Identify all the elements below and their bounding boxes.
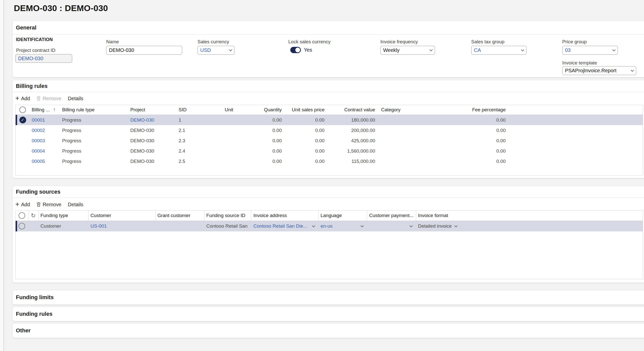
column-header-funding-type[interactable]: Funding type — [38, 210, 88, 221]
customer-link[interactable]: US-001 — [91, 223, 107, 229]
column-header-billing-rule-type[interactable]: Billing rule type — [60, 105, 128, 115]
column-header-customer[interactable]: Customer — [88, 210, 155, 221]
cell-unit — [194, 115, 236, 125]
cell-fee-percentage: 0.00 — [426, 156, 508, 166]
add-button[interactable]: + Add — [15, 96, 30, 101]
table-row[interactable]: 00002 Progress DEMO-030 2.1 0.00 0.00 20… — [16, 125, 643, 135]
cell-fee-percentage: 0.00 — [426, 146, 508, 156]
billing-rule-id-link[interactable]: 00004 — [32, 148, 45, 154]
column-header-unit[interactable]: Unit — [194, 105, 236, 115]
cell-billing-rule-type: Progress — [60, 146, 128, 156]
section-title: Funding rules — [16, 311, 52, 317]
billing-rule-id-link[interactable]: 00003 — [32, 138, 45, 144]
column-header-fee-percentage[interactable]: Fee percentage — [426, 105, 508, 115]
column-header-project[interactable]: Project — [128, 105, 177, 115]
row-radio[interactable] — [19, 223, 25, 229]
funding-sources-toolbar: + Add Remove Details — [15, 200, 83, 209]
sales-currency-dropdown[interactable]: USD — [197, 46, 234, 55]
column-header-customer-payment[interactable]: Customer payment... — [367, 210, 416, 221]
identification-group-label: IDENTIFICATION — [16, 37, 53, 42]
billing-rules-section: Billing rules + Add Remove Details Billi… — [12, 80, 644, 178]
left-pane-splitter[interactable] — [0, 0, 4, 351]
column-header-contract-value[interactable]: Contract value — [327, 105, 378, 115]
select-all-radio[interactable] — [19, 212, 25, 219]
cell-fee-percentage: 0.00 — [426, 115, 508, 125]
invoice-frequency-dropdown[interactable]: Weekly — [380, 46, 435, 55]
other-section-header[interactable]: Other — [12, 323, 644, 338]
cell-sid: 2.3 — [177, 135, 194, 146]
project-link[interactable]: DEMO-030 — [130, 117, 154, 123]
chevron-down-icon — [410, 224, 413, 227]
cell-category — [378, 146, 426, 156]
cell-unit — [194, 125, 236, 135]
sales-currency-label: Sales currency — [197, 39, 229, 45]
invoice-format-dropdown-cell[interactable]: Detailed invoice — [416, 221, 641, 231]
row-checkbox-checked[interactable]: ✓ — [19, 117, 26, 123]
cell-quantity: 0.00 — [236, 125, 284, 135]
toggle-knob — [295, 48, 300, 52]
cell-grant-customer — [155, 221, 204, 231]
column-header-billing[interactable]: Billing ... ↑ — [30, 105, 60, 115]
language-dropdown-cell[interactable]: en-us — [318, 221, 367, 231]
table-row[interactable]: Customer US-001 Contoso Retail San Conto… — [16, 221, 643, 231]
customer-payment-dropdown-cell[interactable] — [367, 221, 416, 231]
billing-grid-header: Billing ... ↑ Billing rule type Project … — [16, 105, 643, 115]
table-row[interactable]: 00003 Progress DEMO-030 2.3 0.00 0.00 42… — [16, 135, 643, 146]
cell-billing-rule-type: Progress — [60, 156, 128, 166]
column-header-category[interactable]: Category — [378, 105, 426, 115]
column-header-quantity[interactable]: Quantity — [236, 105, 284, 115]
remove-button[interactable]: Remove — [36, 202, 61, 207]
funding-sources-section-header[interactable]: Funding sources — [13, 186, 644, 198]
invoice-address-dropdown-cell[interactable]: Contoso Retail San Die... — [251, 221, 318, 231]
billing-rule-id-link[interactable]: 00001 — [32, 117, 45, 123]
chevron-down-icon — [429, 48, 433, 51]
general-section: General IDENTIFICATION Project contract … — [12, 21, 644, 77]
cell-unit — [194, 156, 236, 166]
lock-sales-currency-toggle[interactable] — [290, 47, 301, 53]
price-group-dropdown[interactable]: 03 — [562, 46, 618, 55]
cell-billing-rule-type: Progress — [60, 115, 128, 125]
billing-rule-id-link[interactable]: 00005 — [32, 159, 45, 164]
name-field[interactable]: DEMO-030 — [106, 46, 182, 55]
table-row[interactable]: 00004 Progress DEMO-030 2.4 0.00 0.00 1,… — [16, 146, 643, 156]
cell-funding-source-id: Contoso Retail San — [204, 221, 251, 231]
add-button[interactable]: + Add — [15, 202, 30, 207]
project-contract-id-label: Project contract ID — [16, 48, 55, 53]
column-header-invoice-format[interactable]: Invoice format — [416, 210, 641, 221]
invoice-template-dropdown[interactable]: PSAProjInvoice.Report — [562, 66, 636, 75]
chevron-down-icon — [361, 224, 364, 227]
cell-contract-value: 200,000.00 — [327, 125, 378, 135]
section-title: Billing rules — [16, 83, 48, 89]
page-title: DEMO-030 : DEMO-030 — [14, 3, 108, 13]
sales-tax-group-dropdown[interactable]: CA — [471, 46, 527, 55]
column-header-grant-customer[interactable]: Grant customer — [155, 210, 204, 221]
column-header-unit-sales-price[interactable]: Unit sales price — [284, 105, 327, 115]
cell-unit-sales-price: 0.00 — [284, 146, 327, 156]
column-header-sid[interactable]: SID — [177, 105, 194, 115]
table-row[interactable]: ✓ 00001 Progress DEMO-030 1 0.00 0.00 18… — [16, 115, 643, 125]
funding-rules-section-header[interactable]: Funding rules — [12, 307, 644, 321]
funding-limits-section-header[interactable]: Funding limits — [12, 290, 644, 305]
cell-category — [378, 125, 426, 135]
column-header-funding-source-id[interactable]: Funding source ID — [204, 210, 251, 221]
add-icon: + — [15, 202, 19, 207]
toggle-value: Yes — [304, 47, 312, 53]
billing-rule-id-link[interactable]: 00002 — [32, 128, 45, 133]
billing-rules-section-header[interactable]: Billing rules — [13, 80, 644, 92]
section-title: Funding sources — [16, 189, 60, 195]
project-contract-page: DEMO-030 : DEMO-030 General IDENTIFICATI… — [0, 0, 644, 351]
cell-unit-sales-price: 0.00 — [284, 156, 327, 166]
details-button[interactable]: Details — [68, 96, 83, 101]
select-all-checkbox[interactable] — [19, 107, 26, 113]
details-button[interactable]: Details — [68, 202, 83, 207]
project-contract-id-field[interactable]: DEMO-030 — [15, 54, 72, 63]
refresh-icon[interactable]: ↻ — [31, 212, 36, 219]
table-row[interactable]: 00005 Progress DEMO-030 2.5 0.00 0.00 11… — [16, 156, 643, 166]
cell-quantity: 0.00 — [236, 156, 284, 166]
column-header-invoice-address[interactable]: Invoice address — [251, 210, 318, 221]
column-header-language[interactable]: Language — [318, 210, 367, 221]
general-section-header[interactable]: General — [13, 21, 644, 34]
remove-button[interactable]: Remove — [36, 96, 61, 101]
sort-ascending-icon: ↑ — [53, 107, 56, 113]
add-icon: + — [15, 96, 19, 101]
